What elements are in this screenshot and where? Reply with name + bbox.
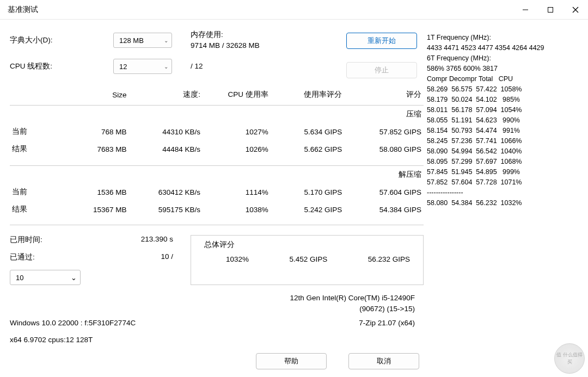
col-rating: 使用率评分 xyxy=(271,86,344,106)
col-speed: 速度: xyxy=(129,86,203,106)
overall-label: 总体评分 xyxy=(204,240,410,250)
passes-limit-select[interactable]: 10 ⌄ xyxy=(10,270,81,285)
arch-info: x64 6.9702 cpus:12 128T xyxy=(10,336,424,344)
window-controls xyxy=(513,0,588,20)
col-size: Size xyxy=(61,86,129,106)
threads-label: CPU 线程数: xyxy=(10,61,113,71)
app-info: 7-Zip 21.07 (x64) xyxy=(359,319,415,327)
chevron-down-icon: ⌄ xyxy=(164,38,168,44)
dict-size-select[interactable]: 128 MB ⌄ xyxy=(113,33,172,48)
cpu-detail: (90672) (15->15) xyxy=(10,304,415,314)
overall-rating: 5.452 GIPS xyxy=(289,255,327,263)
memory-label: 内存使用: xyxy=(191,29,260,40)
help-button[interactable]: 帮助 xyxy=(256,353,327,369)
close-button[interactable] xyxy=(563,0,588,20)
chevron-down-icon: ⌄ xyxy=(71,274,77,282)
overall-cpu: 1032% xyxy=(226,255,249,263)
dict-size-value: 128 MB xyxy=(119,36,144,45)
decompress-section: 解压缩 xyxy=(10,166,424,184)
results-table: Size 速度: CPU 使用率 使用率评分 评分 压缩 当前 768 MB 4… xyxy=(10,86,424,218)
svg-rect-1 xyxy=(548,7,553,12)
table-row: 结果 15367 MB 595175 KB/s 1038% 5.242 GIPS… xyxy=(10,201,424,218)
chevron-down-icon: ⌄ xyxy=(164,64,168,70)
restart-button[interactable]: 重新开始 xyxy=(346,33,417,49)
window-title: 基准测试 xyxy=(8,5,38,15)
dict-size-label: 字典大小(D): xyxy=(10,35,113,45)
passes-value: 10 / xyxy=(161,252,173,262)
minimize-button[interactable] xyxy=(513,0,538,20)
watermark-icon: 值 什么值得买 xyxy=(554,343,585,374)
table-row: 当前 768 MB 44310 KB/s 1027% 5.634 GIPS 57… xyxy=(10,123,424,140)
threads-select[interactable]: 12 ⌄ xyxy=(113,59,172,74)
titlebar: 基准测试 xyxy=(0,0,588,20)
memory-value: 9714 MB / 32628 MB xyxy=(191,40,260,51)
table-row: 结果 7683 MB 44484 KB/s 1026% 5.662 GIPS 5… xyxy=(10,140,424,158)
overall-score-box: 总体评分 1032% 5.452 GIPS 56.232 GIPS xyxy=(191,235,424,285)
compress-section: 压缩 xyxy=(10,106,424,123)
os-info: Windows 10.0 22000 : f:5F310F2774C xyxy=(10,319,136,327)
threads-value: 12 xyxy=(119,63,127,71)
table-row: 当前 1536 MB 630412 KB/s 1114% 5.170 GIPS … xyxy=(10,183,424,201)
frequency-log: 1T Frequency (MHz): 4433 4471 4523 4477 … xyxy=(427,29,578,372)
cpu-name: 12th Gen Intel(R) Core(TM) i5-12490F xyxy=(10,293,415,304)
stop-button: 停止 xyxy=(346,62,417,78)
col-total: 评分 xyxy=(344,86,424,106)
maximize-button[interactable] xyxy=(538,0,563,20)
elapsed-time-label: 已用时间: xyxy=(10,235,42,245)
overall-total: 56.232 GIPS xyxy=(368,255,410,263)
elapsed-time-value: 213.390 s xyxy=(141,235,173,245)
passes-label: 已通过: xyxy=(10,252,35,262)
table-header-row: Size 速度: CPU 使用率 使用率评分 评分 xyxy=(10,86,424,106)
threads-total: / 12 xyxy=(191,61,203,72)
col-cpu: CPU 使用率 xyxy=(203,86,271,106)
cancel-button[interactable]: 取消 xyxy=(348,353,419,369)
